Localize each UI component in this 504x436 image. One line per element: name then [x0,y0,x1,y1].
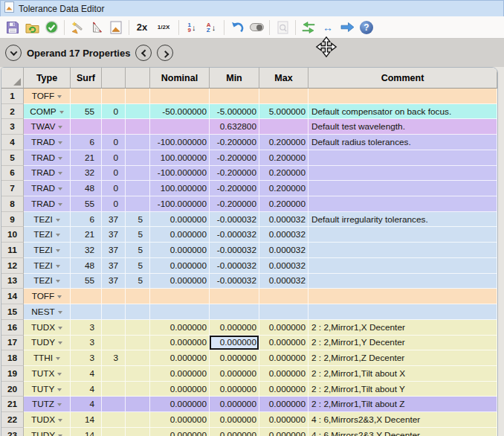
cell-min[interactable]: 0.632800 [210,119,259,135]
cell-int1[interactable] [102,412,126,428]
chevron-down-icon[interactable] [58,126,62,129]
cell-min[interactable]: 0.000000 [210,382,259,397]
cell-int2[interactable]: 5 [126,243,150,258]
cell-comment[interactable] [308,181,497,196]
cell-int2[interactable] [126,382,150,397]
cell-type[interactable]: TUDX [24,320,71,336]
cell-type[interactable]: TEZI [24,274,71,289]
cell-int2[interactable] [126,166,150,182]
chevron-down-icon[interactable] [58,327,62,330]
cell-nominal[interactable]: -50.000000 [150,104,210,120]
cell-int2[interactable] [126,104,150,120]
tolerance-script-button[interactable] [88,19,106,36]
cell-int2[interactable] [126,196,150,212]
cell-int2[interactable] [126,135,150,150]
cell-comment[interactable]: 2 : 2,Mirror1,Tilt about Z [308,397,497,412]
cell-int1[interactable] [102,89,126,104]
cell-int2[interactable] [126,366,150,382]
cell-type[interactable]: TUTZ [24,397,71,412]
row-number[interactable]: 15 [1,304,24,320]
cell-min[interactable]: -0.200000 [210,196,259,212]
cell-surf[interactable]: 48 [71,258,102,274]
chevron-down-icon[interactable] [58,203,62,206]
cell-int1[interactable]: 0 [102,181,126,196]
cell-surf[interactable]: 55 [71,196,102,212]
cell-int1[interactable]: 37 [102,258,126,274]
cell-min[interactable]: -0.200000 [210,181,259,196]
cell-nominal[interactable]: 100.000000 [150,150,210,166]
cell-type[interactable]: TRAD [24,196,71,212]
cell-int2[interactable] [126,304,150,320]
cell-nominal[interactable] [150,119,210,135]
cell-int1[interactable] [102,366,126,382]
cell-surf[interactable] [71,119,102,135]
cell-int1[interactable]: 0 [102,135,126,150]
toggle-button[interactable] [248,19,265,36]
cell-int1[interactable] [102,428,126,436]
cell-type[interactable]: TUDX [24,412,71,428]
cell-nominal[interactable]: 0.000000 [150,336,210,351]
cell-surf[interactable]: 32 [71,243,102,258]
cell-comment[interactable]: 4 : 6,Mirrors2&3,X Decenter [308,412,497,428]
cell-max[interactable]: 0.000032 [259,227,308,243]
cell-type[interactable]: TRAD [24,150,71,166]
cell-max[interactable]: 0.000000 [259,428,308,436]
row-number[interactable]: 14 [1,289,24,304]
cell-comment[interactable] [308,258,497,274]
cell-surf[interactable]: 6 [71,212,102,228]
cell-int1[interactable]: 37 [102,274,126,289]
cell-nominal[interactable]: 0.000000 [150,258,210,274]
cell-surf[interactable]: 4 [71,366,102,382]
cell-type[interactable]: TOFF [24,289,71,304]
cell-comment[interactable] [308,243,497,258]
row-number[interactable]: 16 [1,320,24,336]
chevron-down-icon[interactable] [58,141,62,144]
chevron-down-icon[interactable] [58,172,62,175]
cell-surf[interactable]: 3 [71,350,102,366]
row-number[interactable]: 4 [1,135,24,150]
cell-comment[interactable] [308,289,497,304]
cell-comment[interactable]: Default irregularity tolerances. [308,212,497,228]
cell-comment[interactable] [308,196,497,212]
cell-nominal[interactable]: 0.000000 [150,212,210,228]
chevron-down-icon[interactable] [57,403,62,406]
cell-type[interactable]: TEZI [24,212,71,228]
chevron-down-icon[interactable] [58,311,62,314]
cell-int1[interactable]: 3 [102,350,126,366]
cell-min[interactable]: -0.000032 [210,212,259,228]
cell-comment[interactable]: 2 : 2,Mirror1,Tilt about X [308,366,497,382]
cell-type[interactable]: TUTX [24,366,71,382]
cell-max[interactable]: 0.000000 [259,350,308,366]
go-next-button[interactable] [338,19,356,36]
undo-button[interactable] [228,19,246,36]
cell-min[interactable]: -0.000032 [210,258,259,274]
cell-nominal[interactable]: -100.000000 [150,166,210,182]
expand-columns-button[interactable]: ↔ [319,19,337,36]
cell-int1[interactable] [102,119,126,135]
cell-int2[interactable] [126,350,150,366]
cell-comment[interactable]: 2 : 2,Mirror1,X Decenter [308,320,497,336]
cell-min[interactable]: 0.000000 [210,320,259,336]
cell-nominal[interactable]: 0.000000 [150,428,210,436]
cell-nominal[interactable]: 0.000000 [150,366,210,382]
cell-max[interactable]: 0.000000 [259,336,308,351]
chevron-down-icon[interactable] [56,249,60,252]
help-button[interactable]: ? [358,19,375,36]
row-number[interactable]: 11 [1,243,24,258]
cell-comment[interactable]: Default radius tolerances. [308,135,497,150]
cell-comment[interactable] [308,227,497,243]
cell-int2[interactable] [126,320,150,336]
cell-max[interactable]: 0.000000 [259,412,308,428]
cell-nominal[interactable] [150,89,210,104]
row-number[interactable]: 7 [1,181,24,196]
cell-max[interactable]: 0.200000 [259,135,308,150]
row-number[interactable]: 5 [1,150,24,166]
collapse-properties-button[interactable] [5,45,22,61]
cell-int1[interactable]: 0 [102,196,126,212]
cell-int1[interactable] [102,336,126,351]
cell-min[interactable]: -0.200000 [210,135,259,150]
cell-max[interactable]: 0.000032 [259,212,308,228]
sort-alpha-button[interactable]: AZ ↓ [202,19,220,36]
cell-min[interactable]: -0.200000 [210,166,259,182]
cell-nominal[interactable] [150,304,210,320]
